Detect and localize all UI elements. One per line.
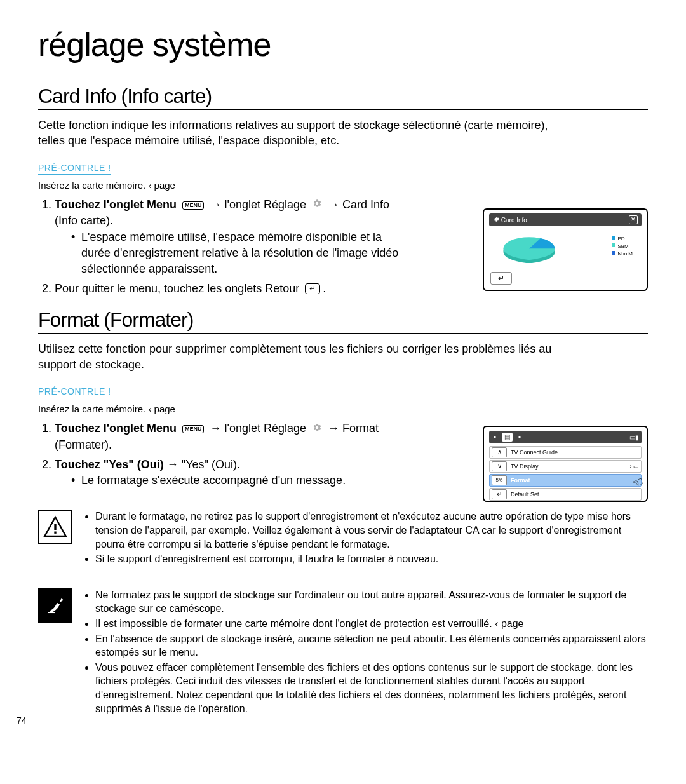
card-info-step-1: Touchez l'onglet Menu MENU → l'onglet Ré… <box>55 197 410 278</box>
chevron-right-icon: › ▭ <box>630 463 640 470</box>
format-step-bullet: Le formatage s'exécute accompagné d'un m… <box>81 473 410 489</box>
step-text: Touchez "Yes" (Oui) <box>55 458 164 471</box>
format-intro: Utilisez cette fonction pour supprimer c… <box>38 341 559 372</box>
menu-row: ∨ TV Display › ▭ <box>489 460 642 473</box>
precontrol-note-2: Insérez la carte mémoire. ‹ page <box>38 403 648 414</box>
step-text: Touchez l'onglet Menu <box>55 422 177 435</box>
card-info-intro: Cette fonction indique les informations … <box>38 118 559 149</box>
gear-icon <box>492 434 498 440</box>
step-text: Touchez l'onglet Menu <box>55 198 177 211</box>
back-button: ↵ <box>490 272 512 285</box>
section-card-info-title: Card Info (Info carte) <box>38 84 648 110</box>
note-icon <box>38 588 72 623</box>
card-info-screenshot: Card Info ✕ PD SBM Nbn M ↵ <box>483 208 648 291</box>
page-number: 74 <box>17 715 27 726</box>
menu-row: ↵ Default Set <box>489 488 642 501</box>
precontrol-label-2: PRÉ-CONTRLE ! <box>38 386 111 398</box>
card-info-step-2: Pour quitter le menu, touchez les onglet… <box>55 281 410 297</box>
step-text: → l'onglet Réglage <box>210 198 306 211</box>
card-info-step-bullet: L'espace mémoire utilisé, l'espace mémoi… <box>81 229 410 278</box>
return-icon: ↵ <box>492 489 507 499</box>
gear-icon <box>493 216 499 222</box>
page-index: 5/6 <box>492 475 507 485</box>
notes-callout: Ne formatez pas le support de stockage s… <box>38 588 648 717</box>
gear-icon <box>312 197 322 213</box>
return-icon: ↵ <box>305 283 320 294</box>
menu-icon: MENU <box>182 425 205 433</box>
svg-rect-3 <box>54 532 56 534</box>
divider <box>38 578 648 578</box>
pie-chart <box>501 231 558 263</box>
gear-icon <box>516 434 523 440</box>
up-arrow-icon: ∧ <box>492 447 507 457</box>
note-3: En l'absence de support de stockage insé… <box>95 632 648 659</box>
section-format-title: Format (Formater) <box>38 308 648 334</box>
note-1: Ne formatez pas le support de stockage s… <box>95 588 648 616</box>
format-step-2: Touchez "Yes" (Oui) → "Yes" (Oui). Le fo… <box>55 457 410 489</box>
format-steps: Touchez l'onglet Menu MENU → l'onglet Ré… <box>38 421 410 489</box>
note-4: Vous pouvez effacer complètement l'ensem… <box>95 661 648 715</box>
menu-row-selected: 5/6 Format ☜ <box>489 474 642 487</box>
svg-rect-2 <box>54 524 56 530</box>
battery-icon: ▭▮ <box>629 434 639 441</box>
warning-callout: Durant le formatage, ne retirez pas le s… <box>38 510 648 567</box>
step-text: → "Yes" (Oui). <box>167 458 240 471</box>
step-text: Pour quitter le menu, touchez les onglet… <box>55 282 299 295</box>
menu-row: ∧ TV Connect Guide <box>489 446 642 459</box>
format-step-1: Touchez l'onglet Menu MENU → l'onglet Ré… <box>55 421 410 453</box>
page-title: réglage système <box>38 25 648 65</box>
tab-icon: ▤ <box>502 433 513 442</box>
fig-header-left: Card Info <box>493 216 527 224</box>
warning-line-2: Si le support d'enregistrement est corro… <box>95 552 648 566</box>
menu-icon: MENU <box>182 201 205 210</box>
format-screenshot: ▤ ▭▮ ∧ TV Connect Guide ∨ TV Display › ▭… <box>483 426 648 502</box>
precontrol-note-1: Insérez la carte mémoire. ‹ page <box>38 180 648 191</box>
fig-title: Card Info <box>501 217 527 224</box>
close-icon: ✕ <box>629 215 638 224</box>
warning-icon <box>38 510 72 544</box>
card-info-steps: Touchez l'onglet Menu MENU → l'onglet Ré… <box>38 197 410 297</box>
step-text: → l'onglet Réglage <box>210 422 306 435</box>
precontrol-label-1: PRÉ-CONTRLE ! <box>38 163 111 175</box>
note-2: Il est impossible de formater une carte … <box>95 617 648 631</box>
down-arrow-icon: ∨ <box>492 461 507 471</box>
pie-legend: PD SBM Nbn M <box>612 235 633 258</box>
gear-icon <box>312 421 322 437</box>
warning-line-1: Durant le formatage, ne retirez pas le s… <box>95 510 648 551</box>
